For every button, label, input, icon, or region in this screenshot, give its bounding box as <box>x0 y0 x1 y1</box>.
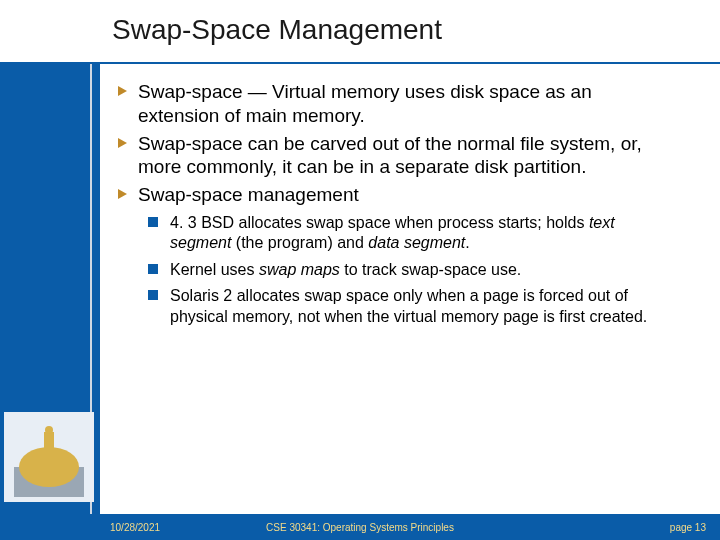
slide-title: Swap-Space Management <box>112 14 442 46</box>
sub-list: 4. 3 BSD allocates swap space when proce… <box>148 213 678 327</box>
square-bullet-icon <box>148 290 158 300</box>
footer-bar: 10/28/2021 CSE 30341: Operating Systems … <box>0 514 720 540</box>
sub-bullet-item: Solaris 2 allocates swap space only when… <box>148 286 678 327</box>
footer-course: CSE 30341: Operating Systems Principles <box>266 522 454 533</box>
triangle-bullet-icon <box>118 86 127 96</box>
sub-bullet-item: 4. 3 BSD allocates swap space when proce… <box>148 213 678 254</box>
bullet-text: Swap-space management <box>138 184 359 205</box>
slide: Swap-Space Management Swap-space — Virtu… <box>0 0 720 540</box>
sub-bullet-text: Kernel uses swap maps to track swap-spac… <box>170 261 521 278</box>
bullet-text: Swap-space can be carved out of the norm… <box>138 133 642 178</box>
content-area: Swap-space — Virtual memory uses disk sp… <box>118 80 678 333</box>
title-band: Swap-Space Management <box>0 0 720 64</box>
footer-date: 10/28/2021 <box>110 522 160 533</box>
square-bullet-icon <box>148 217 158 227</box>
bullet-item: Swap-space can be carved out of the norm… <box>118 132 678 180</box>
square-bullet-icon <box>148 264 158 274</box>
footer-page: page 13 <box>670 522 706 533</box>
bullet-item: Swap-space management <box>118 183 678 207</box>
triangle-bullet-icon <box>118 189 127 199</box>
svg-rect-3 <box>44 432 54 452</box>
triangle-bullet-icon <box>118 138 127 148</box>
bullet-text: Swap-space — Virtual memory uses disk sp… <box>138 81 592 126</box>
sub-bullet-text: 4. 3 BSD allocates swap space when proce… <box>170 214 615 251</box>
sub-bullet-text: Solaris 2 allocates swap space only when… <box>170 287 647 324</box>
svg-point-2 <box>19 447 79 487</box>
svg-point-4 <box>45 426 53 434</box>
bullet-item: Swap-space — Virtual memory uses disk sp… <box>118 80 678 128</box>
sub-bullet-item: Kernel uses swap maps to track swap-spac… <box>148 260 678 280</box>
dome-image <box>4 412 94 502</box>
